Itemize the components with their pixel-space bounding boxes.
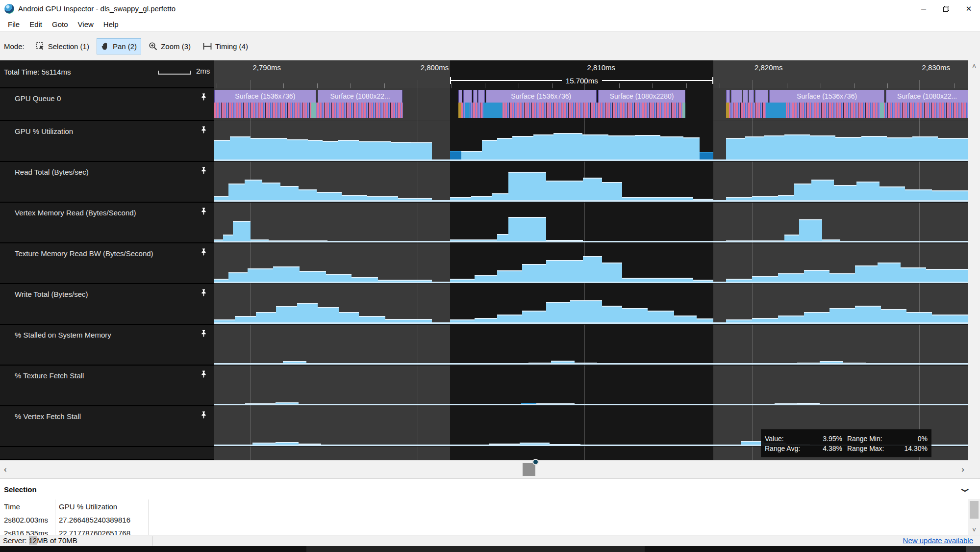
metric-track-4[interactable] xyxy=(214,284,968,325)
chart-segment xyxy=(318,307,339,324)
metric-track-0[interactable] xyxy=(214,121,968,162)
surface-span[interactable]: Surface (1536x736) xyxy=(214,90,316,103)
time-tick-label: 2,800ms xyxy=(421,63,449,72)
update-link[interactable]: New update available xyxy=(903,536,973,545)
chart-segment xyxy=(522,311,546,324)
pin-icon[interactable] xyxy=(200,289,207,299)
vertical-scrollbar[interactable]: ˄ xyxy=(968,60,980,460)
chart-segment xyxy=(608,135,635,161)
surface-span[interactable] xyxy=(726,90,730,103)
chart-baseline xyxy=(214,363,968,365)
pin-icon[interactable] xyxy=(200,93,207,103)
chart-segment xyxy=(512,136,533,161)
menu-item-view[interactable]: View xyxy=(73,19,99,30)
queue-slice-block xyxy=(465,103,470,118)
queue-slice-block xyxy=(483,103,502,118)
pin-icon[interactable] xyxy=(200,126,207,136)
mode-button-label: Selection (1) xyxy=(48,42,89,51)
mode-button-timing[interactable]: Timing (4) xyxy=(198,38,252,54)
chart-segment xyxy=(273,266,300,283)
surface-span[interactable]: Surface (1080x22... xyxy=(886,90,968,103)
timeline-canvas[interactable]: 2,790ms2,800ms2,810ms2,820ms2,830ms 15.7… xyxy=(214,60,968,460)
queue-slice-block xyxy=(458,103,461,118)
chart-baseline xyxy=(214,282,968,283)
horizontal-scroll-thumb[interactable] xyxy=(523,463,535,476)
surface-span[interactable]: Surface (1080x2280) xyxy=(598,90,685,103)
minor-tick xyxy=(384,83,385,88)
pin-icon[interactable] xyxy=(200,248,207,258)
chart-baseline xyxy=(214,159,968,161)
scroll-up-icon[interactable]: ˄ xyxy=(968,62,980,70)
chart-segment xyxy=(287,139,308,161)
menu-bar: FileEditGotoViewHelp xyxy=(0,17,980,31)
pin-icon[interactable] xyxy=(200,411,207,421)
scrollbar-corner xyxy=(968,460,980,478)
measure-label: 15.700ms xyxy=(566,77,598,85)
surface-span[interactable] xyxy=(755,90,769,103)
surface-span[interactable] xyxy=(749,90,754,103)
surface-span[interactable]: Surface (1080x22... xyxy=(318,90,403,103)
timing-icon xyxy=(202,42,212,51)
chart-segment xyxy=(602,306,623,324)
minor-tick xyxy=(317,83,318,88)
horizontal-scrollbar[interactable]: ‹ › xyxy=(0,460,968,478)
mode-button-selection[interactable]: Selection (1) xyxy=(31,38,94,54)
chart-segment xyxy=(855,306,880,324)
pin-icon[interactable] xyxy=(200,208,207,217)
menu-item-file[interactable]: File xyxy=(3,19,25,30)
minimize-button[interactable]: – xyxy=(912,0,935,17)
mode-button-pan[interactable]: Pan (2) xyxy=(97,38,141,54)
metric-track-5[interactable] xyxy=(214,325,968,366)
surface-span[interactable] xyxy=(731,90,742,103)
surface-span[interactable] xyxy=(458,90,462,103)
scroll-right-icon[interactable]: › xyxy=(961,465,964,474)
chart-baseline xyxy=(214,241,968,242)
metric-track-1[interactable] xyxy=(214,162,968,203)
chart-segment xyxy=(546,302,570,324)
mode-button-zoom[interactable]: Zoom (3) xyxy=(144,38,195,54)
surface-span[interactable]: Surface (1536x736) xyxy=(769,90,884,103)
metric-track-6[interactable] xyxy=(214,366,968,406)
window-title: Android GPU Inspector - dls_swappy_gl.pe… xyxy=(18,4,176,13)
app-logo-icon xyxy=(4,4,14,14)
chart-segment xyxy=(926,269,968,283)
chart-segment xyxy=(856,182,879,202)
status-separator xyxy=(152,536,152,546)
selection-panel: Selection ⌄ TimeGPU % Utilization2s802.0… xyxy=(0,478,980,535)
surface-span[interactable]: Surface (1536x736) xyxy=(486,90,597,103)
chart-segment xyxy=(912,136,938,161)
surface-span[interactable] xyxy=(473,90,477,103)
collapse-chevron-icon[interactable]: ⌄ xyxy=(957,482,972,495)
minor-tick xyxy=(854,83,854,88)
surface-span[interactable] xyxy=(743,90,748,103)
chart-segment xyxy=(602,263,623,283)
chart-segment xyxy=(660,136,683,161)
gpu-queue-track[interactable]: Surface (1536x736)Surface (1080x22...Sur… xyxy=(214,88,968,121)
selection-scrollbar[interactable]: ˅ xyxy=(968,499,980,535)
time-tick-label: 2,810ms xyxy=(587,63,616,72)
chart-baseline xyxy=(214,200,968,202)
chart-segment xyxy=(233,221,250,242)
selection-icon xyxy=(36,42,45,51)
menu-item-help[interactable]: Help xyxy=(99,19,124,30)
menu-item-edit[interactable]: Edit xyxy=(25,19,47,30)
chart-segment xyxy=(230,136,251,161)
selection-scroll-down-icon[interactable]: ˅ xyxy=(968,526,980,534)
metric-track-2[interactable] xyxy=(214,203,968,243)
metric-track-3[interactable] xyxy=(214,243,968,284)
chart-segment xyxy=(214,140,230,161)
selection-scroll-thumb[interactable] xyxy=(970,501,979,519)
time-tick-label: 2,830ms xyxy=(922,63,950,72)
chart-segment xyxy=(582,134,609,161)
chart-segment xyxy=(280,186,299,202)
close-button[interactable]: ✕ xyxy=(957,0,980,17)
surface-span[interactable] xyxy=(478,90,485,103)
maximize-button[interactable] xyxy=(935,0,957,17)
pin-icon[interactable] xyxy=(200,167,207,177)
menu-item-goto[interactable]: Goto xyxy=(47,19,73,30)
scroll-left-icon[interactable]: ‹ xyxy=(4,465,7,474)
window-controls: – ✕ xyxy=(912,0,980,17)
pin-icon[interactable] xyxy=(200,330,207,340)
pin-icon[interactable] xyxy=(200,370,207,380)
surface-span[interactable] xyxy=(463,90,472,103)
